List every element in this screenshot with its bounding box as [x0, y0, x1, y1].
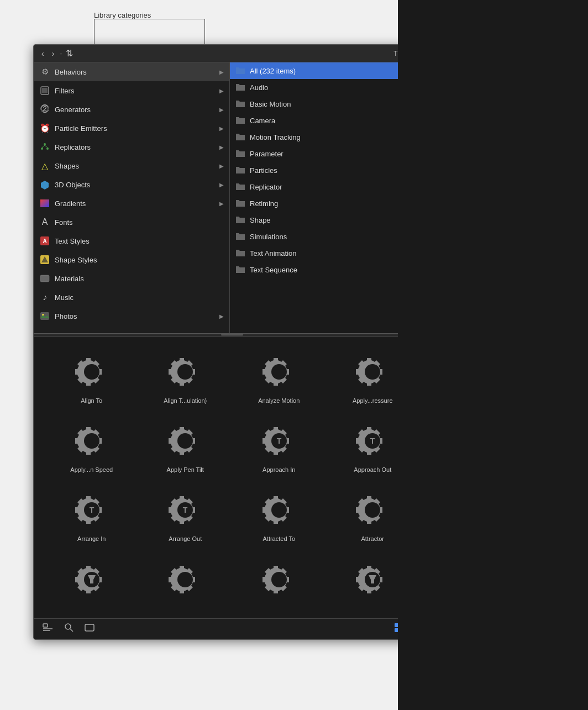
grid-item-row4-3[interactable] [232, 553, 326, 609]
arrange-button[interactable]: ⇅ [66, 48, 73, 59]
subcategory-panel: All (232 items) Audio ▶ Basic Motion ▶ [230, 62, 398, 333]
subcategory-label-all: All (232 items) [250, 67, 296, 75]
replicators-chevron: ▶ [219, 144, 224, 150]
grid-label-attractor: Attractor [361, 535, 384, 543]
sidebar-label-replicators: Replicators [55, 143, 91, 151]
svg-rect-13 [40, 275, 49, 282]
subcategory-basic-motion[interactable]: Basic Motion ▶ [230, 96, 398, 112]
grid-item-approach-in[interactable]: T Approach In [232, 414, 326, 478]
generators-chevron: ▶ [219, 107, 224, 113]
replicators-icon [39, 141, 50, 152]
svg-point-31 [365, 502, 380, 518]
grid-item-arrange-in[interactable]: T Arrange In [45, 483, 139, 547]
sidebar-label-3d-objects: 3D Objects [55, 181, 90, 189]
sidebar-item-fonts[interactable]: A Fonts [34, 213, 229, 232]
svg-point-21 [177, 433, 193, 449]
sidebar-item-filters[interactable]: Filters ▶ [34, 81, 229, 100]
subcategory-text-sequence[interactable]: Text Sequence [230, 261, 398, 278]
grid-label-analyze-motion: Analyze Motion [258, 397, 300, 404]
grid-item-row4-1[interactable] [45, 553, 139, 609]
svg-point-20 [84, 433, 99, 449]
grid-view-button[interactable] [393, 622, 398, 636]
sidebar-item-behaviors[interactable]: ⚙ Behaviors ▶ [34, 62, 229, 81]
annotation-library-categories: Library categories [94, 11, 151, 19]
sidebar-label-photos: Photos [55, 312, 77, 320]
subcategory-label-text-animation: Text Animation [250, 249, 297, 257]
subcategory-label-replicator: Replicator [250, 183, 282, 191]
forward-button[interactable]: › [50, 48, 57, 59]
filters-chevron: ▶ [219, 88, 224, 94]
subcategory-parameter[interactable]: Parameter ▶ [230, 145, 398, 162]
generators-icon: ⓶ [39, 104, 50, 115]
grid-item-align-t-ulation[interactable]: Align T...ulation) [139, 345, 233, 409]
toolbar-left-buttons [41, 622, 96, 635]
materials-icon [39, 273, 50, 284]
3d-objects-icon [39, 179, 50, 190]
grid-item-align-to[interactable]: Align To [45, 345, 139, 409]
theme-selector[interactable]: Theme: All [393, 50, 398, 57]
filters-icon [39, 85, 50, 96]
sidebar-item-3d-objects[interactable]: 3D Objects ▶ [34, 175, 229, 194]
subcategory-text-animation[interactable]: Text Animation ▶ [230, 245, 398, 261]
sidebar-item-materials[interactable]: Materials [34, 269, 229, 288]
svg-point-30 [271, 502, 287, 518]
svg-line-42 [70, 629, 73, 632]
subcategory-all[interactable]: All (232 items) [230, 62, 398, 79]
svg-text:T: T [183, 506, 188, 514]
grid-item-apply-pen-tilt[interactable]: Apply Pen Tilt [139, 414, 233, 478]
grid-item-analyze-motion[interactable]: Analyze Motion [232, 345, 326, 409]
subcategory-particles[interactable]: Particles ▶ [230, 162, 398, 178]
photos-icon [39, 311, 50, 322]
add-to-library-button[interactable] [41, 622, 55, 635]
app-container: ‹ › - ⇅ Theme: All ⚙ Behaviors ▶ [33, 44, 398, 640]
subcategory-replicator[interactable]: Replicator ▶ [230, 178, 398, 195]
gradients-icon [39, 198, 50, 209]
sidebar-label-fonts: Fonts [55, 218, 73, 227]
nav-controls: ‹ › - ⇅ [39, 48, 73, 59]
grid-item-apply-ressure[interactable]: Apply...ressure [326, 345, 398, 409]
svg-point-2 [44, 143, 46, 145]
subcategory-motion-tracking[interactable]: Motion Tracking ▶ [230, 129, 398, 145]
svg-text:T: T [276, 436, 281, 445]
sidebar-item-shapes[interactable]: △ Shapes ▶ [34, 156, 229, 175]
svg-rect-46 [395, 628, 398, 632]
sidebar-item-particle-emitters[interactable]: ⏰ Particle Emitters ▶ [34, 119, 229, 138]
sidebar-item-music[interactable]: ♪ Music [34, 288, 229, 307]
back-button[interactable]: ‹ [39, 48, 46, 59]
grid-item-row4-4[interactable] [326, 553, 398, 609]
main-panel: ⚙ Behaviors ▶ Filters ▶ [34, 62, 398, 333]
sidebar-item-photos[interactable]: Photos ▶ [34, 307, 229, 325]
svg-line-6 [45, 145, 48, 148]
sidebar-item-gradients[interactable]: Gradients ▶ [34, 194, 229, 213]
photos-chevron: ▶ [219, 313, 224, 319]
grid-item-apply-n-speed[interactable]: Apply...n Speed [45, 414, 139, 478]
grid-item-row4-2[interactable] [139, 553, 233, 609]
sidebar-item-replicators[interactable]: Replicators ▶ [34, 138, 229, 156]
sidebar-item-shape-styles[interactable]: Shape Styles [34, 250, 229, 269]
sidebar-item-generators[interactable]: ⓶ Generators ▶ [34, 100, 229, 119]
subcategory-label-audio: Audio [250, 83, 268, 92]
grid-item-attractor[interactable]: Attractor [326, 483, 398, 547]
grid-item-approach-out[interactable]: T Approach Out [326, 414, 398, 478]
grid-item-attracted-to[interactable]: Attracted To [232, 483, 326, 547]
grid-label-approach-out: Approach Out [354, 466, 391, 474]
subcategory-shape[interactable]: Shape ▶ [230, 212, 398, 228]
subcategory-simulations[interactable]: Simulations ▶ [230, 228, 398, 245]
grid-item-arrange-out[interactable]: T Arrange Out [139, 483, 233, 547]
subcategory-audio[interactable]: Audio ▶ [230, 79, 398, 96]
subcategory-camera[interactable]: Camera ▶ [230, 112, 398, 129]
subcategory-label-text-sequence: Text Sequence [250, 266, 297, 274]
search-button[interactable] [64, 622, 75, 635]
subcategory-label-simulations: Simulations [250, 233, 287, 241]
preview-button[interactable] [83, 622, 96, 635]
svg-point-19 [365, 364, 380, 380]
grid-label-attracted-to: Attracted To [263, 535, 296, 543]
svg-text:T: T [89, 506, 94, 514]
sidebar-label-materials: Materials [55, 275, 84, 283]
grid-panel: Align To Align T...ulation) [34, 336, 398, 618]
subcategory-retiming[interactable]: Retiming ▶ [230, 195, 398, 212]
subcategory-label-basic-motion: Basic Motion [250, 100, 291, 108]
sidebar-item-text-styles[interactable]: A Text Styles [34, 232, 229, 250]
svg-rect-44 [395, 623, 398, 627]
annotation-line-library-top [94, 19, 204, 19]
